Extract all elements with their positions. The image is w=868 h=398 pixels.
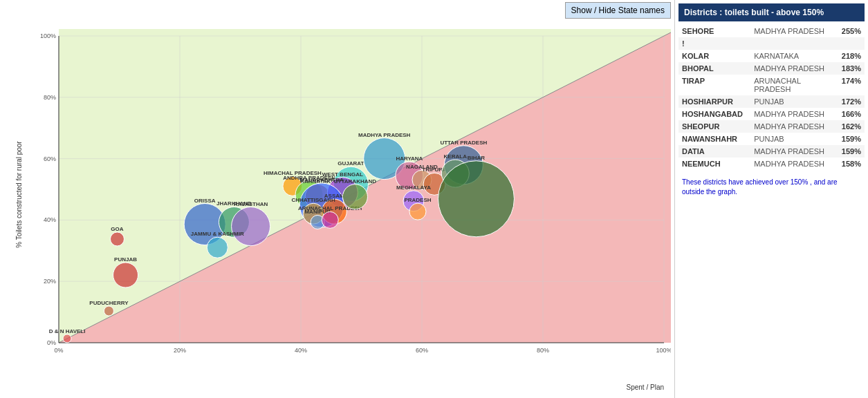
table-row: HOSHIARPUR PUNJAB 172% <box>678 95 865 108</box>
svg-text:80%: 80% <box>44 94 56 101</box>
sidebar-title: Districts : toilets built - above 150% <box>678 3 865 21</box>
svg-text:60%: 60% <box>44 155 56 162</box>
state-name: MADHYA PRADESH <box>750 158 831 170</box>
table-row: HOSHANGABAD MADHYA PRADESH 166% <box>678 108 865 120</box>
svg-text:HARYANA: HARYANA <box>396 155 423 162</box>
pct-value: 218% <box>831 50 865 62</box>
svg-point-86 <box>409 203 426 220</box>
district-name: HOSHIARPUR <box>678 95 750 108</box>
district-name: HOSHANGABAD <box>678 108 750 120</box>
svg-text:100%: 100% <box>40 32 56 39</box>
pct-value: 162% <box>831 120 865 133</box>
state-name: MADHYA PRADESH <box>750 25 831 37</box>
state-name: PUNJAB <box>750 133 831 145</box>
svg-text:0%: 0% <box>54 347 63 354</box>
table-row: TIRAP ARUNACHAL PRADESH 174% <box>678 75 865 95</box>
svg-point-44 <box>110 232 124 246</box>
svg-text:80%: 80% <box>537 347 549 354</box>
pct-value <box>831 37 865 50</box>
pct-value: 158% <box>831 158 865 170</box>
pct-value: 255% <box>831 25 865 37</box>
svg-text:KERALA: KERALA <box>444 153 468 160</box>
table-row: SEHORE MADHYA PRADESH 255% <box>678 25 865 37</box>
y-axis-label: % Toilets constructed for rural poor <box>15 141 23 247</box>
district-name: BHOPAL <box>678 62 750 75</box>
svg-text:MADHYA PRADESH: MADHYA PRADESH <box>358 132 411 138</box>
state-name: MADHYA PRADESH <box>750 108 831 120</box>
district-name: ! <box>678 37 750 50</box>
pct-value: 159% <box>831 133 865 145</box>
pct-value: 174% <box>831 75 865 95</box>
svg-point-72 <box>322 211 338 228</box>
pct-value: 159% <box>831 145 865 158</box>
svg-text:0%: 0% <box>47 339 56 346</box>
district-name: SEHORE <box>678 25 750 37</box>
state-name: MADHYA PRADESH <box>750 120 831 133</box>
table-row: SHEOPUR MADHYA PRADESH 162% <box>678 120 865 133</box>
svg-point-50 <box>232 207 270 246</box>
table-row: DATIA MADHYA PRADESH 159% <box>678 145 865 158</box>
district-name: DATIA <box>678 145 750 158</box>
svg-text:GOA: GOA <box>111 226 123 232</box>
sidebar-note: These districts have achieved over 150% … <box>678 176 865 199</box>
district-name: NEEMUCH <box>678 158 750 170</box>
district-name: KOLAR <box>678 50 750 62</box>
svg-text:CHHATTISGARH: CHHATTISGARH <box>291 197 335 203</box>
svg-text:UTTARAKHAND: UTTARAKHAND <box>334 178 376 184</box>
table-row: NEEMUCH MADHYA PRADESH 158% <box>678 158 865 170</box>
svg-point-52 <box>207 237 228 258</box>
pct-value: 166% <box>831 108 865 120</box>
pct-value: 183% <box>831 62 865 75</box>
table-row: ! <box>678 37 865 50</box>
svg-text:PUDUCHERRY: PUDUCHERRY <box>89 300 129 306</box>
table-row: BHOPAL MADHYA PRADESH 183% <box>678 62 865 75</box>
state-name: PUNJAB <box>750 95 831 108</box>
show-hide-button[interactable]: Show / Hide State names <box>565 2 671 19</box>
svg-text:BIHAR: BIHAR <box>468 155 486 161</box>
svg-text:UTTAR PRADESH: UTTAR PRADESH <box>440 140 487 146</box>
svg-text:D & N HAVELI: D & N HAVELI <box>49 328 86 334</box>
chart-area: Show / Hide State names % Toilets constr… <box>0 0 674 398</box>
svg-point-74 <box>342 184 367 209</box>
x-axis-label: Spent / Plan <box>627 383 664 391</box>
svg-text:40%: 40% <box>295 347 307 354</box>
main-container: Show / Hide State names % Toilets constr… <box>0 0 868 398</box>
svg-text:PUNJAB: PUNJAB <box>114 256 137 263</box>
svg-text:GUJARAT: GUJARAT <box>338 160 364 167</box>
state-name: MADHYA PRADESH <box>750 145 831 158</box>
svg-point-92 <box>438 161 514 237</box>
svg-point-42 <box>113 263 138 287</box>
districts-table: SEHORE MADHYA PRADESH 255% ! KOLAR KARNA… <box>678 25 865 170</box>
sidebar: Districts : toilets built - above 150% S… <box>674 0 868 398</box>
pct-value: 172% <box>831 95 865 108</box>
svg-text:40%: 40% <box>44 216 56 223</box>
district-name: SHEOPUR <box>678 120 750 133</box>
svg-point-38 <box>63 334 71 343</box>
scatter-chart: 0%0%20%20%40%40%60%60%80%80%100%100%120%… <box>38 29 671 363</box>
district-name: TIRAP <box>678 75 750 95</box>
table-row: NAWANSHAHR PUNJAB 159% <box>678 133 865 145</box>
district-name: NAWANSHAHR <box>678 133 750 145</box>
svg-text:PRADESH: PRADESH <box>404 197 431 203</box>
state-name <box>750 37 831 50</box>
svg-text:JAMMU & KASHMIR: JAMMU & KASHMIR <box>191 231 244 237</box>
svg-text:100%: 100% <box>656 347 671 354</box>
state-name: MADHYA PRADESH <box>750 62 831 75</box>
svg-text:20%: 20% <box>44 278 56 285</box>
svg-text:RAJASTHAN: RAJASTHAN <box>234 201 268 207</box>
table-row: KOLAR KARNATAKA 218% <box>678 50 865 62</box>
svg-text:20%: 20% <box>174 347 186 354</box>
state-name: KARNATAKA <box>750 50 831 62</box>
svg-point-40 <box>104 306 113 316</box>
svg-text:MEGHALAYA: MEGHALAYA <box>396 184 431 191</box>
state-name: ARUNACHAL PRADESH <box>750 75 831 95</box>
svg-text:ORISSA: ORISSA <box>194 198 216 204</box>
svg-text:60%: 60% <box>416 347 428 354</box>
